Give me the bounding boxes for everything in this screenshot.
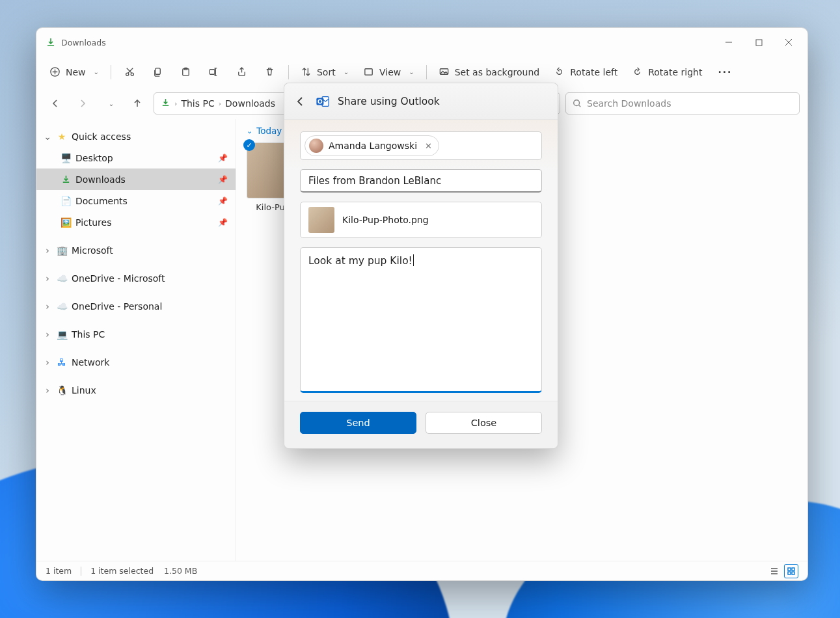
paste-button[interactable] <box>172 61 199 83</box>
new-button-label: New <box>66 67 86 77</box>
share-dialog-footer: Send Close <box>284 401 558 448</box>
sidebar-item-documents[interactable]: 📄 Documents 📌 <box>36 190 236 211</box>
back-button[interactable] <box>44 92 66 114</box>
status-bar: 1 item 1 item selected 1.50 MB <box>36 561 807 580</box>
outlook-icon <box>316 94 330 109</box>
sidebar-item-microsoft[interactable]: › 🏢 Microsoft <box>36 239 236 261</box>
sort-button[interactable]: Sort ⌄ <box>294 61 355 83</box>
chevron-right-icon: › <box>43 301 52 312</box>
rotate-right-button[interactable]: Rotate right <box>625 61 709 83</box>
svg-rect-14 <box>792 572 794 574</box>
subject-field[interactable]: Files from Brandon LeBlanc <box>300 169 542 193</box>
check-icon: ✓ <box>243 139 255 151</box>
sidebar-quick-access[interactable]: ⌄ ★ Quick access <box>36 126 236 147</box>
copy-button[interactable] <box>144 61 171 83</box>
back-button[interactable] <box>293 94 308 109</box>
set-background-button[interactable]: Set as background <box>432 61 547 83</box>
breadcrumb[interactable]: This PC <box>181 98 214 109</box>
attachment-box[interactable]: Kilo-Pup-Photo.png <box>300 202 542 238</box>
chevron-right-icon: › <box>43 329 52 340</box>
svg-rect-12 <box>792 568 794 571</box>
close-button[interactable] <box>774 32 804 53</box>
svg-rect-0 <box>756 40 762 46</box>
chevron-down-icon: ⌄ <box>109 100 114 107</box>
chevron-right-icon: › <box>43 385 52 396</box>
view-button-label: View <box>379 67 401 77</box>
cloud-icon: ☁️ <box>56 273 68 284</box>
close-dialog-button[interactable]: Close <box>426 412 542 434</box>
pin-icon: 📌 <box>218 154 228 163</box>
building-icon: 🏢 <box>56 245 68 256</box>
new-button[interactable]: New ⌄ <box>43 61 105 83</box>
sidebar-item-label: Documents <box>75 196 128 206</box>
sidebar-item-pictures[interactable]: 🖼️ Pictures 📌 <box>36 211 236 233</box>
delete-button[interactable] <box>256 61 283 83</box>
chevron-right-icon: › <box>174 100 177 108</box>
search-icon <box>573 99 582 108</box>
rotate-right-label: Rotate right <box>648 67 702 77</box>
sidebar-item-network[interactable]: › 🖧 Network <box>36 351 236 373</box>
downloads-icon <box>161 98 170 109</box>
sidebar-item-label: Pictures <box>75 217 111 228</box>
recipients-field[interactable]: Amanda Langowski ✕ <box>300 131 542 160</box>
sidebar-item-linux[interactable]: › 🐧 Linux <box>36 379 236 401</box>
sidebar-item-label: Linux <box>72 385 96 396</box>
recipient-name: Amanda Langowski <box>329 141 417 151</box>
rotate-left-button[interactable]: Rotate left <box>547 61 624 83</box>
selection-size: 1.50 MB <box>164 566 197 576</box>
svg-rect-4 <box>156 68 161 74</box>
chevron-right-icon: › <box>43 273 52 284</box>
pin-icon: 📌 <box>218 175 228 184</box>
sidebar-item-label: Quick access <box>72 131 131 142</box>
up-button[interactable] <box>126 92 148 114</box>
svg-rect-8 <box>365 69 372 75</box>
downloads-icon <box>46 37 56 47</box>
search-placeholder: Search Downloads <box>587 98 671 109</box>
chevron-right-icon: › <box>43 245 52 256</box>
sidebar-item-downloads[interactable]: Downloads 📌 <box>36 168 236 190</box>
view-button[interactable]: View ⌄ <box>357 61 421 83</box>
pc-icon: 💻 <box>56 329 68 340</box>
svg-point-2 <box>126 73 129 75</box>
pictures-icon: 🖼️ <box>60 217 72 228</box>
sidebar-item-onedrive-ms[interactable]: › ☁️ OneDrive - Microsoft <box>36 267 236 289</box>
recent-dropdown[interactable]: ⌄ <box>99 92 121 114</box>
share-dialog-header: Share using Outlook <box>284 83 558 120</box>
sidebar-item-onedrive-personal[interactable]: › ☁️ OneDrive - Personal <box>36 295 236 317</box>
chevron-right-icon: › <box>219 100 221 108</box>
cut-button[interactable] <box>116 61 143 83</box>
details-view-toggle[interactable] <box>767 564 781 578</box>
sidebar-item-label: OneDrive - Personal <box>72 301 162 312</box>
sidebar: ⌄ ★ Quick access 🖥️ Desktop 📌 Downloads … <box>36 119 236 561</box>
avatar <box>309 139 323 153</box>
sidebar-item-label: Microsoft <box>72 245 113 256</box>
cloud-icon: ☁️ <box>56 301 68 312</box>
search-input[interactable]: Search Downloads <box>565 92 800 114</box>
sidebar-item-desktop[interactable]: 🖥️ Desktop 📌 <box>36 147 236 168</box>
chevron-down-icon: ⌄ <box>94 68 99 75</box>
thumbnails-view-toggle[interactable] <box>784 564 798 578</box>
breadcrumb[interactable]: Downloads <box>225 98 275 109</box>
star-icon: ★ <box>56 131 68 142</box>
svg-rect-16 <box>316 98 323 105</box>
chevron-down-icon: ⌄ <box>344 68 349 75</box>
chevron-down-icon: ⌄ <box>247 127 252 135</box>
rename-button[interactable] <box>200 61 227 83</box>
chevron-down-icon: ⌄ <box>43 131 52 142</box>
chevron-down-icon: ⌄ <box>409 68 414 75</box>
desktop-icon: 🖥️ <box>60 152 72 164</box>
sidebar-item-thispc[interactable]: › 💻 This PC <box>36 323 236 345</box>
forward-button[interactable] <box>72 92 94 114</box>
sidebar-item-label: Network <box>72 357 109 368</box>
minimize-button[interactable] <box>714 32 744 53</box>
send-button[interactable]: Send <box>300 412 416 434</box>
more-button[interactable]: ··· <box>710 61 740 83</box>
share-button[interactable] <box>228 61 255 83</box>
maximize-button[interactable] <box>744 32 774 53</box>
remove-recipient-button[interactable]: ✕ <box>425 141 432 151</box>
send-button-label: Send <box>346 418 370 428</box>
window-title: Downloads <box>61 38 106 47</box>
attachment-thumbnail <box>308 207 334 233</box>
message-field[interactable]: Look at my pup Kilo! <box>300 247 542 393</box>
recipient-chip[interactable]: Amanda Langowski ✕ <box>305 135 439 156</box>
